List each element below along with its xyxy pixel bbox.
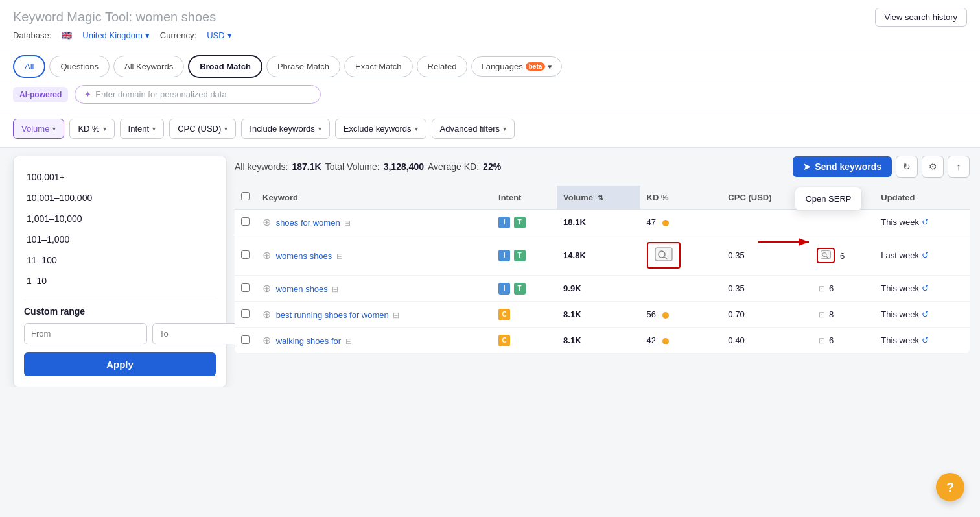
volume-option-11[interactable]: 11–100: [24, 250, 216, 271]
filter-intent[interactable]: Intent ▾: [120, 119, 165, 139]
updated-cell: This week ↺: [874, 276, 970, 302]
cpc-cell: Open SERP: [721, 210, 810, 235]
avg-kd-value: 22%: [483, 162, 501, 172]
serp-icon-large-highlighted[interactable]: [647, 242, 681, 269]
row-checkbox[interactable]: [241, 217, 250, 226]
row-checkbox[interactable]: [241, 283, 250, 292]
tab-related[interactable]: Related: [417, 56, 468, 77]
add-icon[interactable]: ⊕: [262, 335, 271, 346]
volume-cell: 14.8K: [557, 235, 640, 276]
filter-advanced[interactable]: Advanced filters ▾: [432, 119, 515, 139]
add-icon[interactable]: ⊕: [262, 309, 271, 320]
ai-domain-input[interactable]: ✦ Enter domain for personalized data: [75, 85, 321, 104]
view-history-button[interactable]: View search history: [875, 8, 967, 27]
database-selector[interactable]: United Kingdom ▾: [82, 30, 150, 40]
refresh-icon[interactable]: ↺: [922, 217, 929, 227]
filter-cpc[interactable]: CPC (USD) ▾: [169, 119, 236, 139]
intent-badge-c: C: [498, 309, 510, 320]
table-row: ⊕ shoes for women ⊟ I T 18.1K 47: [235, 210, 970, 235]
table-icon[interactable]: ⊟: [345, 337, 352, 346]
select-all-checkbox[interactable]: [241, 192, 250, 200]
row-checkbox[interactable]: [241, 335, 250, 344]
volume-option-100k[interactable]: 100,001+: [24, 167, 216, 187]
filter-volume[interactable]: Volume ▾: [13, 119, 64, 139]
keyword-link[interactable]: walking shoes for: [276, 336, 341, 346]
add-icon[interactable]: ⊕: [262, 217, 271, 228]
add-icon[interactable]: ⊕: [262, 283, 271, 294]
updated-cell: This week ↺: [874, 328, 970, 354]
keyword-link[interactable]: women shoes: [276, 284, 328, 294]
kd-cell: 42: [640, 328, 722, 354]
currency-selector[interactable]: USD ▾: [207, 30, 231, 40]
updated-cell: This week ↺: [874, 210, 970, 235]
cpc-cell: 0.70: [721, 302, 810, 328]
tabs-bar: All Questions All Keywords Broad Match P…: [0, 47, 980, 78]
row-checkbox-cell: [235, 276, 256, 302]
tab-languages[interactable]: Languages beta ▾: [471, 56, 562, 77]
keyword-link[interactable]: shoes for women: [276, 218, 340, 228]
filter-kd[interactable]: KD % ▾: [69, 119, 114, 139]
kd-cell: 47: [640, 210, 722, 235]
filter-exclude-keywords[interactable]: Exclude keywords ▾: [335, 119, 426, 139]
tab-exact-match[interactable]: Exact Match: [344, 56, 413, 77]
tab-all[interactable]: All: [13, 55, 45, 78]
table-icon[interactable]: ⊟: [336, 252, 343, 261]
volume-cell: 18.1K: [557, 210, 640, 235]
custom-range-section: Custom range Apply: [24, 306, 216, 376]
refresh-icon[interactable]: ↺: [922, 309, 929, 319]
kd-cell: [640, 235, 722, 276]
refresh-icon[interactable]: ↺: [922, 283, 929, 293]
updated-cell: This week ↺: [874, 302, 970, 328]
table-area: All keywords: 187.1K Total Volume: 3,128…: [227, 148, 980, 387]
sort-icon: ⇅: [598, 194, 603, 202]
keyword-link[interactable]: best running shoes for women: [276, 310, 389, 320]
volume-option-101[interactable]: 101–1,000: [24, 229, 216, 250]
apply-button[interactable]: Apply: [24, 352, 216, 376]
chevron-down-icon: ▾: [318, 125, 321, 132]
all-keywords-value: 187.1K: [292, 162, 321, 172]
filter-include-keywords[interactable]: Include keywords ▾: [241, 119, 329, 139]
serp-icon[interactable]: ⊡: [819, 310, 825, 319]
chevron-down-icon: ▾: [228, 30, 232, 40]
total-volume-label: Total Volume:: [325, 162, 380, 172]
keyword-link[interactable]: womens shoes: [276, 251, 332, 261]
add-icon[interactable]: ⊕: [262, 250, 271, 261]
table-icon[interactable]: ⊟: [332, 285, 338, 294]
table-icon[interactable]: ⊟: [344, 219, 351, 228]
volume-option-10k[interactable]: 10,001–100,000: [24, 187, 216, 208]
updated-cell: Last week ↺: [874, 235, 970, 276]
serp-icon[interactable]: ⊡: [819, 284, 825, 293]
intent-cell: I T: [492, 235, 557, 276]
chevron-down-icon: ▾: [548, 62, 552, 71]
table-row: ⊕ womens shoes ⊟ I T 14.8K: [235, 235, 970, 276]
tab-broad-match[interactable]: Broad Match: [188, 55, 262, 78]
volume-option-1k[interactable]: 1,001–10,000: [24, 208, 216, 229]
table-icon[interactable]: ⊟: [393, 311, 399, 320]
volume-option-1[interactable]: 1–10: [24, 271, 216, 291]
tab-phrase-match[interactable]: Phrase Match: [266, 56, 340, 77]
total-volume-value: 3,128,400: [384, 162, 424, 172]
volume-dropdown-panel: 100,001+ 10,001–100,000 1,001–10,000 101…: [13, 156, 227, 387]
intent-badge-t: T: [514, 217, 526, 228]
serp-icon-small-highlighted[interactable]: [817, 248, 835, 263]
ai-row: AI-powered ✦ Enter domain for personaliz…: [0, 78, 980, 112]
tab-all-keywords[interactable]: All Keywords: [113, 56, 184, 77]
settings-button[interactable]: ⚙: [922, 156, 944, 178]
open-serp-tooltip[interactable]: Open SERP: [795, 187, 863, 211]
serp-icon[interactable]: ⊡: [819, 336, 825, 345]
intent-cell: I T: [492, 210, 557, 235]
main-content: 100,001+ 10,001–100,000 1,001–10,000 101…: [0, 148, 980, 387]
row-checkbox[interactable]: [241, 309, 250, 318]
row-checkbox[interactable]: [241, 250, 250, 259]
refresh-icon[interactable]: ↺: [922, 335, 929, 345]
volume-column-header[interactable]: Volume ⇅: [557, 186, 640, 210]
send-keywords-button[interactable]: ➤ Send keywords: [793, 156, 892, 177]
refresh-button[interactable]: ↻: [896, 156, 918, 178]
range-from-input[interactable]: [24, 323, 147, 344]
serp-search-icon-small: [821, 250, 831, 259]
tab-questions[interactable]: Questions: [49, 56, 110, 77]
export-button[interactable]: ↑: [948, 156, 970, 178]
kd-indicator: [662, 312, 669, 319]
custom-range-label: Custom range: [24, 306, 216, 317]
refresh-icon[interactable]: ↺: [922, 250, 929, 260]
